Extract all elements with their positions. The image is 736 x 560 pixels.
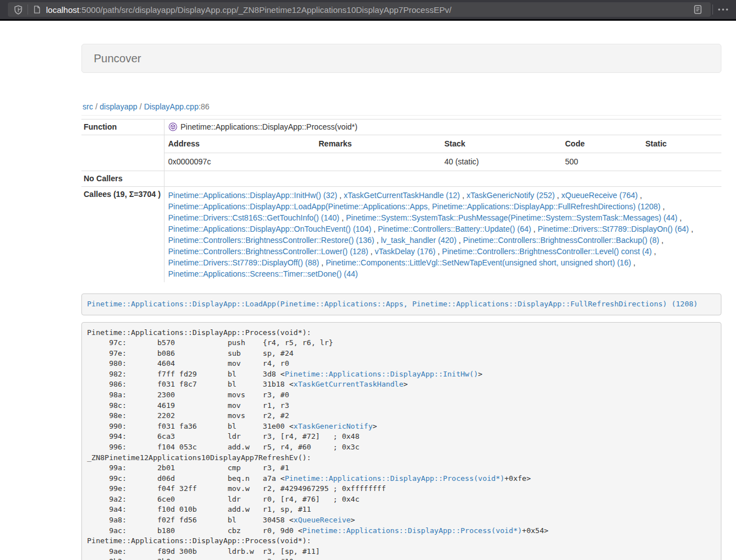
assembly-text: 9a2: 6ce0 ldr r0, [r4, #76] ; 0x4c <box>87 495 359 503</box>
remarks-value <box>315 153 441 171</box>
breadcrumb-file[interactable]: DisplayApp.cpp <box>144 102 198 111</box>
callee-separator: , <box>660 202 665 211</box>
callee-link[interactable]: Pinetime::System::SystemTask::PushMessag… <box>346 213 678 222</box>
assembly-symbol-link[interactable]: xTaskGetCurrentTaskHandle <box>294 380 404 388</box>
page-container: Puncover src/displayapp/DisplayApp.cpp:8… <box>81 44 721 560</box>
callee-link[interactable]: Pinetime::Applications::DisplayApp::Init… <box>168 191 337 200</box>
breadcrumb-separator: / <box>95 102 98 111</box>
no-callers-cell <box>164 171 721 187</box>
callee-link[interactable]: Pinetime::Drivers::St7789::DisplayOff() … <box>168 258 319 267</box>
callee-separator: , <box>689 224 693 233</box>
assembly-text: +0xfe> <box>505 474 531 483</box>
url-bar[interactable]: localhost:5000/path/src/displayapp/Displ… <box>8 2 711 17</box>
page-title: Puncover <box>94 52 141 65</box>
callees-label: Callees (19, Σ=3704 ) <box>81 187 164 283</box>
assembly-text: 97e: b086 sub sp, #24 <box>87 349 294 357</box>
assembly-text: 98e: 2202 movs r2, #2 <box>87 411 289 420</box>
callee-separator: , <box>337 191 344 200</box>
assembly-text: 9ae: f89d 300b ldrb.w r3, [sp, #11] <box>87 547 320 556</box>
column-stack: Stack <box>441 135 561 153</box>
callee-link[interactable]: Pinetime::Applications::Screens::Timer::… <box>168 269 358 278</box>
breadcrumb-src[interactable]: src <box>83 102 93 111</box>
callee-link[interactable]: Pinetime::Components::LittleVgl::SetNewT… <box>326 258 631 267</box>
callee-link[interactable]: lv_task_handler (420) <box>381 236 456 245</box>
page-icon <box>33 5 42 14</box>
callee-link[interactable]: Pinetime::Applications::DisplayApp::OnTo… <box>168 224 372 233</box>
callee-separator: , <box>368 247 375 256</box>
function-label: Function <box>81 120 164 135</box>
assembly-text: _ZN8Pinetime12Applications10DisplayApp7R… <box>87 453 311 462</box>
breadcrumb-line-number: :86 <box>199 102 209 111</box>
breadcrumb: src/displayapp/DisplayApp.cpp:86 <box>81 102 721 111</box>
callee-separator: , <box>631 258 636 267</box>
details-data-row: 0x0000097c 40 (static) 500 <box>164 153 722 171</box>
assembly-text: 9a8: f02f fd56 bl 30458 < <box>87 516 294 524</box>
callee-separator: , <box>659 236 664 245</box>
callee-link[interactable]: xTaskGetCurrentTaskHandle (12) <box>344 191 460 200</box>
details-label-empty <box>81 135 164 171</box>
column-code: Code <box>561 135 642 153</box>
toolbar-divider <box>28 4 28 15</box>
assembly-symbol-link[interactable]: Pinetime::Applications::DisplayApp::Proc… <box>303 526 522 535</box>
url-path: :5000/path/src/displayapp/DisplayApp.cpp… <box>79 5 451 15</box>
details-row: Address Remarks Stack Code Static 0x0000… <box>81 135 721 171</box>
assembly-text: 996: f104 053c add.w r5, r4, #60 ; 0x3c <box>87 443 359 451</box>
no-callers-row: No Callers <box>81 171 721 187</box>
assembly-symbol-link[interactable]: xQueueReceive <box>294 516 351 524</box>
assembly-text: 9ac: b180 cbz r0, 9d0 < <box>87 526 303 535</box>
assembly-symbol-link[interactable]: Pinetime::Applications::DisplayApp::Proc… <box>285 474 504 483</box>
function-name: Pinetime::Applications::DisplayApp::Proc… <box>181 122 358 131</box>
column-remarks: Remarks <box>315 135 441 153</box>
assembly-symbol-link[interactable]: Pinetime::Applications::DisplayApp::Init… <box>285 370 478 378</box>
callee-separator: , <box>340 213 346 222</box>
callee-link[interactable]: Pinetime::Controllers::BrightnessControl… <box>463 236 659 245</box>
assembly-text: 98a: 2300 movs r3, #0 <box>87 391 289 399</box>
assembly-text: 980: 4604 mov r4, r0 <box>87 359 289 368</box>
assembly-symbol-link[interactable]: xTaskGenericNotify <box>294 422 373 430</box>
callee-link[interactable]: vTaskDelay (176) <box>375 247 436 256</box>
assembly-text: 99c: d06d beq.n a7a < <box>87 474 285 483</box>
assembly-text: > <box>404 380 408 388</box>
column-static: Static <box>642 135 722 153</box>
callee-separator: , <box>456 236 463 245</box>
breadcrumb-separator: / <box>140 102 142 111</box>
shield-icon[interactable] <box>13 5 23 15</box>
callee-link[interactable]: Pinetime::Controllers::BrightnessControl… <box>168 247 368 256</box>
callee-separator: , <box>319 258 326 267</box>
callee-link[interactable]: xTaskGenericNotify (252) <box>467 191 555 200</box>
url-host: localhost <box>46 5 79 15</box>
callee-separator: , <box>436 247 442 256</box>
callee-link[interactable]: Pinetime::Controllers::Battery::Update()… <box>378 224 531 233</box>
callee-link[interactable]: Pinetime::Drivers::St7789::DisplayOn() (… <box>538 224 689 233</box>
assembly-text: 99e: f04f 32ff mov.w r2, #4294967295 ; 0… <box>87 484 386 493</box>
assembly-text: 97c: b570 push {r4, r5, r6, lr} <box>87 338 333 347</box>
toolbar-bottom-border <box>0 19 736 21</box>
callee-link[interactable]: Pinetime::Controllers::BrightnessControl… <box>442 247 651 256</box>
callee-separator: , <box>555 191 561 200</box>
callees-list: Pinetime::Applications::DisplayApp::Init… <box>164 187 721 283</box>
callee-separator: , <box>371 224 378 233</box>
callee-link[interactable]: xQueueReceive (764) <box>561 191 638 200</box>
callee-separator: , <box>460 191 467 200</box>
assembly-text: 994: 6ca3 ldr r3, [r4, #72] ; 0x48 <box>87 432 359 440</box>
assembly-text: Pinetime::Applications::DisplayApp::Proc… <box>87 328 311 337</box>
callee-link[interactable]: Pinetime::Controllers::BrightnessControl… <box>168 236 374 245</box>
callee-link[interactable]: Pinetime::Applications::DisplayApp::Load… <box>168 202 661 211</box>
assembly-text: 982: f7ff fd29 bl 3d8 < <box>87 370 285 378</box>
code-value: 500 <box>561 153 642 171</box>
toolbar-divider-right <box>712 4 713 15</box>
menu-icon[interactable] <box>717 5 729 14</box>
address-value: 0x0000097c <box>164 153 315 171</box>
callee-link[interactable]: Pinetime::Drivers::Cst816S::GetTouchInfo… <box>168 213 340 222</box>
assembly-text: 9b2: 2b0a cmp r3, #10 <box>87 557 294 560</box>
url-text: localhost:5000/path/src/displayapp/Displ… <box>46 5 693 15</box>
function-name-cell: Pinetime::Applications::DisplayApp::Proc… <box>164 120 721 135</box>
callee-separator: , <box>638 191 642 200</box>
highlighted-symbol-link[interactable]: Pinetime::Applications::DisplayApp::Load… <box>87 300 698 308</box>
assembly-text: > <box>351 516 355 524</box>
reader-mode-icon[interactable] <box>693 4 703 15</box>
column-address: Address <box>164 135 315 153</box>
assembly-code: Pinetime::Applications::DisplayApp::Proc… <box>81 322 721 560</box>
breadcrumb-displayapp[interactable]: displayapp <box>100 102 138 111</box>
details-header-row: Address Remarks Stack Code Static <box>164 135 722 153</box>
